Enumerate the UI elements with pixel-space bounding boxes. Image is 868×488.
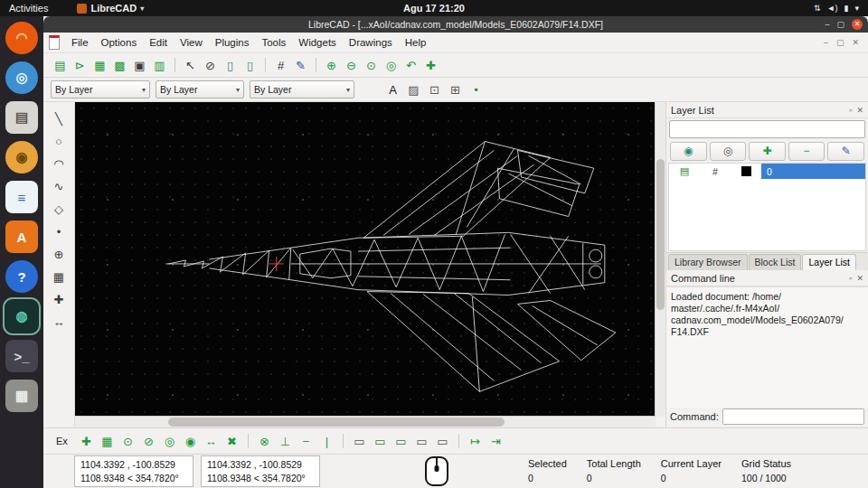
left-dock-toggle-button[interactable]: ▯ bbox=[221, 56, 240, 75]
remove-layer-button[interactable]: − bbox=[788, 142, 826, 161]
child-restore-button[interactable]: ▢ bbox=[836, 38, 844, 47]
lock-relative-zero-button[interactable]: ⇥ bbox=[486, 432, 505, 451]
menu-options[interactable]: Options bbox=[95, 37, 144, 48]
app-menu-button[interactable]: LibreCAD ▾ bbox=[77, 3, 144, 14]
document-icon[interactable] bbox=[49, 35, 60, 50]
restrict-horizontal-button[interactable]: − bbox=[297, 432, 316, 451]
drawing-canvas[interactable] bbox=[75, 102, 656, 417]
pen-linetype-combo[interactable]: By Layer ▾ bbox=[250, 80, 354, 99]
arc-tool-button[interactable]: ◠ bbox=[49, 155, 69, 174]
snap-exclusive-toggle[interactable]: Ex bbox=[56, 436, 68, 446]
child-minimize-button[interactable]: – bbox=[824, 38, 828, 47]
view-toggle-2-button[interactable]: ▭ bbox=[371, 432, 390, 451]
menu-widgets[interactable]: Widgets bbox=[292, 37, 343, 48]
hide-all-layers-button[interactable]: ◎ bbox=[710, 142, 747, 161]
volume-icon[interactable]: ◄) bbox=[827, 4, 838, 13]
mtext-tool-button[interactable]: A bbox=[383, 80, 402, 99]
maximize-button[interactable]: ▢ bbox=[836, 21, 844, 29]
zoom-out-button[interactable]: ⊖ bbox=[342, 56, 361, 75]
save-as-button[interactable]: ▩ bbox=[110, 56, 129, 75]
snap-endpoints-button[interactable]: ⊙ bbox=[118, 432, 137, 451]
close-dock-button[interactable]: ✕ bbox=[856, 274, 863, 283]
snap-middle-button[interactable]: ◉ bbox=[181, 432, 200, 451]
dock-firefox[interactable]: ◠ bbox=[5, 22, 38, 54]
tab-block-list[interactable]: Block List bbox=[749, 254, 802, 270]
pen-color-combo[interactable]: By Layer ▾ bbox=[51, 80, 150, 99]
chevron-down-icon[interactable]: ▾ bbox=[854, 4, 859, 13]
zoom-window-button[interactable]: ◎ bbox=[382, 56, 401, 75]
insert-image-button[interactable]: ⊡ bbox=[425, 80, 444, 99]
menu-tools[interactable]: Tools bbox=[255, 37, 292, 48]
insert-tool-button[interactable]: ⊕ bbox=[49, 245, 69, 264]
layer-color-swatch[interactable] bbox=[731, 166, 761, 176]
dock-ubuntu-software[interactable]: A bbox=[5, 221, 38, 253]
float-dock-button[interactable]: ▫ bbox=[849, 274, 852, 283]
selection-pointer-button[interactable]: ↖ bbox=[181, 56, 200, 75]
menu-help[interactable]: Help bbox=[399, 37, 433, 48]
menu-drawings[interactable]: Drawings bbox=[343, 37, 399, 48]
set-relative-zero-button[interactable]: ↦ bbox=[466, 432, 485, 451]
close-button[interactable]: ✕ bbox=[852, 19, 863, 30]
new-drawing-button[interactable]: ▤ bbox=[51, 56, 70, 75]
command-line-titlebar[interactable]: Command line ▫ ✕ bbox=[666, 270, 868, 286]
show-all-layers-button[interactable]: ◉ bbox=[670, 142, 707, 161]
dock-media-player[interactable]: ◉ bbox=[5, 141, 38, 174]
zoom-auto-button[interactable]: ⊙ bbox=[362, 56, 381, 75]
line-tool-button[interactable]: ╲ bbox=[49, 109, 69, 128]
add-layer-button[interactable]: ✚ bbox=[749, 142, 786, 161]
command-input[interactable] bbox=[722, 408, 864, 425]
print-button[interactable]: ▣ bbox=[130, 56, 149, 75]
right-dock-toggle-button[interactable]: ▯ bbox=[241, 56, 259, 75]
dock-app-box[interactable]: ▦ bbox=[5, 380, 38, 412]
snap-intersection-button[interactable]: ✖ bbox=[222, 432, 241, 451]
minimize-button[interactable]: – bbox=[825, 21, 829, 29]
clock[interactable]: Agu 17 21:20 bbox=[403, 3, 465, 14]
activities-button[interactable]: Activities bbox=[0, 3, 57, 14]
horizontal-scrollbar-thumb[interactable] bbox=[168, 418, 505, 427]
print-preview-button[interactable]: ▥ bbox=[150, 56, 169, 75]
move-tool-button[interactable]: ✚ bbox=[49, 290, 69, 309]
save-drawing-button[interactable]: ▦ bbox=[90, 56, 109, 75]
zoom-in-button[interactable]: ⊕ bbox=[322, 56, 341, 75]
hatch-tool-button[interactable]: ▨ bbox=[404, 80, 423, 99]
snap-free-button[interactable]: ✚ bbox=[77, 432, 96, 451]
tab-library-browser[interactable]: Library Browser bbox=[668, 254, 748, 270]
layer-list-titlebar[interactable]: Layer List ▫ ✕ bbox=[666, 102, 868, 118]
restrict-vertical-button[interactable]: | bbox=[317, 432, 336, 451]
menu-file[interactable]: File bbox=[65, 37, 95, 48]
dock-browser[interactable]: ◎ bbox=[5, 61, 38, 94]
open-drawing-button[interactable]: ⊳ bbox=[71, 56, 90, 75]
layer-table[interactable]: ▤ # 0 bbox=[668, 163, 866, 251]
dock-terminal[interactable]: >_ bbox=[5, 340, 38, 372]
point-tool-button[interactable]: • bbox=[49, 222, 69, 241]
menu-edit[interactable]: Edit bbox=[143, 37, 174, 48]
window-title-bar[interactable]: LibreCAD - [...xAoI/cadnav.com_model/Mod… bbox=[43, 16, 868, 33]
circle-tool-button[interactable]: ○ bbox=[49, 132, 69, 151]
dock-help[interactable]: ? bbox=[5, 260, 38, 293]
menu-view[interactable]: View bbox=[174, 37, 209, 48]
view-toggle-5-button[interactable]: ▭ bbox=[433, 432, 452, 451]
horizontal-scrollbar[interactable] bbox=[75, 416, 656, 427]
tab-layer-list[interactable]: Layer List bbox=[802, 254, 856, 270]
view-toggle-1-button[interactable]: ▭ bbox=[350, 432, 369, 451]
dock-writer[interactable]: ≡ bbox=[5, 181, 38, 213]
vertical-scrollbar-thumb[interactable] bbox=[656, 159, 665, 310]
insert-block-button[interactable]: ⊞ bbox=[446, 80, 465, 99]
menu-plugins[interactable]: Plugins bbox=[209, 37, 256, 48]
network-arrows-icon[interactable]: ⇅ bbox=[814, 4, 821, 13]
battery-icon[interactable]: ▮ bbox=[844, 4, 849, 13]
zoom-pan-button[interactable]: ✚ bbox=[421, 56, 440, 75]
layer-filter-input[interactable] bbox=[669, 120, 865, 138]
snap-center-button[interactable]: ◎ bbox=[160, 432, 179, 451]
spline-tool-button[interactable]: ∿ bbox=[49, 177, 69, 196]
dimension-tool-button[interactable]: ↔ bbox=[49, 313, 69, 332]
layer-row[interactable]: ▤ # 0 bbox=[669, 164, 865, 179]
layer-construction-icon[interactable]: # bbox=[700, 166, 731, 177]
snap-distance-button[interactable]: ↔ bbox=[202, 432, 221, 451]
restrict-orthogonal-button[interactable]: ⊥ bbox=[276, 432, 295, 451]
polygon-tool-button[interactable]: ◇ bbox=[49, 200, 69, 219]
zoom-previous-button[interactable]: ↶ bbox=[401, 56, 420, 75]
grid-toggle-button[interactable]: # bbox=[271, 56, 290, 75]
dock-librecad[interactable]: ◍ bbox=[5, 300, 38, 333]
snap-on-entity-button[interactable]: ⊘ bbox=[139, 432, 158, 451]
